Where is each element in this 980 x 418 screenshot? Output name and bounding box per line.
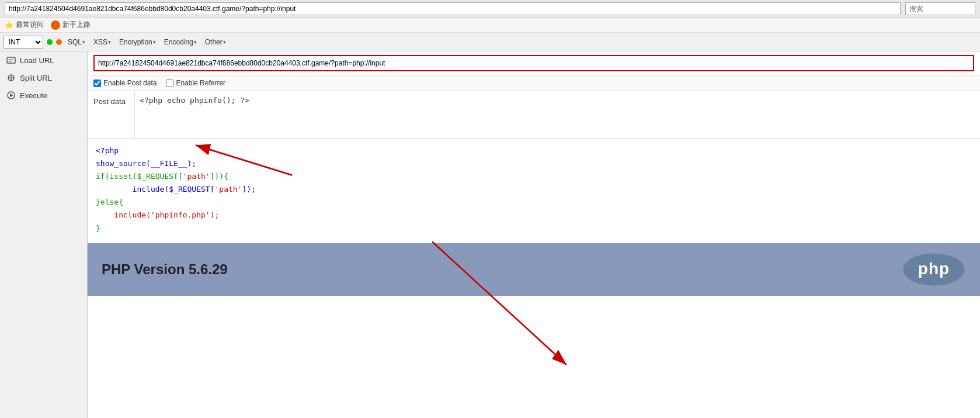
xss-menu[interactable]: XSS▾ — [91, 37, 113, 47]
source-line-6: include('phpinfo.php'); — [96, 209, 972, 222]
source-line-7: } — [96, 222, 972, 235]
source-line-4: include($_REQUEST['path']); — [96, 183, 972, 196]
encryption-menu[interactable]: Encryption▾ — [117, 37, 158, 47]
enable-referrer-checkbox[interactable] — [166, 80, 173, 87]
svg-text:php: php — [918, 260, 950, 278]
execute-icon — [6, 90, 16, 101]
sidebar-load-url[interactable]: Load URL — [0, 51, 87, 69]
php-logo: php — [902, 252, 966, 287]
php-banner: PHP Version 5.6.29 php — [88, 243, 980, 296]
right-panel: Enable Post data Enable Referrer Post da… — [88, 51, 980, 418]
source-line-3: if(isset($_REQUEST['path'])){ — [96, 170, 972, 183]
encoding-menu[interactable]: Encoding▾ — [162, 37, 199, 47]
firefox-icon — [51, 20, 60, 30]
bookmarks-bar: ⭐ 最常访问 新手上路 — [0, 18, 980, 33]
browser-search-box[interactable] — [905, 2, 975, 15]
load-url-icon — [6, 55, 16, 65]
sidebar: Load URL Split URL Execute — [0, 51, 88, 418]
bookmark-zuichang-label: 最常访问 — [16, 20, 44, 30]
enable-post-checkbox-label[interactable]: Enable Post data — [93, 79, 157, 87]
dot-orange — [56, 39, 62, 45]
other-menu[interactable]: Other▾ — [203, 37, 228, 47]
enable-post-checkbox[interactable] — [93, 80, 101, 87]
browser-url-bar[interactable] — [5, 2, 901, 15]
sidebar-execute[interactable]: Execute — [0, 87, 87, 104]
type-select[interactable]: INT STR FLOAT BOOL — [4, 36, 43, 49]
bookmark-xinshou[interactable]: 新手上路 — [51, 20, 91, 30]
post-data-label: Post data — [88, 91, 134, 110]
checkboxes-row: Enable Post data Enable Referrer — [88, 75, 980, 91]
url-input[interactable] — [93, 55, 974, 71]
star-icon: ⭐ — [5, 21, 13, 29]
load-url-label: Load URL — [20, 56, 54, 65]
source-line-5: }else{ — [96, 196, 972, 209]
split-url-label: Split URL — [20, 74, 52, 82]
dot-green — [47, 39, 53, 45]
toolbar: INT STR FLOAT BOOL SQL▾ XSS▾ Encryption▾… — [0, 33, 980, 51]
split-url-icon — [6, 72, 16, 83]
main-content: Load URL Split URL Execute — [0, 51, 980, 418]
sql-menu[interactable]: SQL▾ — [65, 37, 88, 47]
page-wrapper: ⭐ 最常访问 新手上路 INT STR FLOAT BOOL SQL▾ XSS▾… — [0, 0, 980, 418]
bookmark-zuichang[interactable]: ⭐ 最常访问 — [5, 20, 44, 30]
source-line-1: <?php — [96, 144, 972, 157]
svg-marker-3 — [10, 94, 13, 97]
svg-rect-0 — [7, 57, 15, 63]
source-code-area: <?php show_source(__FILE__); if(isset($_… — [88, 139, 980, 241]
url-input-area — [88, 51, 980, 75]
execute-label: Execute — [20, 91, 47, 100]
post-data-area: Post data <?php echo phpinfo(); ?> — [88, 91, 980, 139]
browser-bar — [0, 0, 980, 18]
source-line-2: show_source(__FILE__); — [96, 157, 972, 170]
bookmark-xinshou-label: 新手上路 — [62, 20, 91, 30]
enable-post-label: Enable Post data — [103, 79, 157, 87]
enable-referrer-checkbox-label[interactable]: Enable Referrer — [166, 79, 225, 87]
post-data-input[interactable]: <?php echo phpinfo(); ?> — [134, 91, 980, 138]
sidebar-split-url[interactable]: Split URL — [0, 69, 87, 87]
enable-referrer-label: Enable Referrer — [176, 79, 225, 87]
lower-area: <?php show_source(__FILE__); if(isset($_… — [88, 139, 980, 418]
php-version-text: PHP Version 5.6.29 — [102, 261, 228, 278]
